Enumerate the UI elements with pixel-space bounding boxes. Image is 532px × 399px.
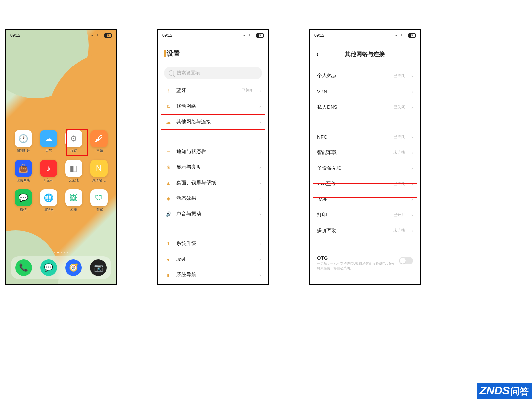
settings-search[interactable]: 搜索设置项 bbox=[164, 67, 262, 79]
wifi-icon: ⋮ bbox=[248, 34, 251, 37]
row-label: Jovi bbox=[176, 256, 253, 262]
row-status: 已关闭 bbox=[393, 104, 405, 110]
chevron-right-icon: › bbox=[411, 181, 413, 187]
sound-icon: 🔊 bbox=[165, 211, 172, 217]
note-icon: N bbox=[90, 160, 108, 177]
app-bag[interactable]: 👜应用商店 bbox=[12, 160, 34, 183]
phone-home: 09:12 ᯤ ⋮ ᯤ 29 🕐闹钟时钟☁天气⚙设置🖌i 主题👜应用商店♪i 音… bbox=[5, 29, 117, 285]
otg-toggle[interactable] bbox=[399, 257, 413, 264]
row-VPN[interactable]: VPN› bbox=[310, 84, 420, 99]
bell-icon: ▭ bbox=[165, 148, 172, 155]
row-otg[interactable]: OTG开启后，手机可支持连接U盘或给其他设备供电，5分钟未使用，将自动关闭。 bbox=[310, 252, 420, 277]
row-个人热点[interactable]: 个人热点已关闭› bbox=[310, 68, 420, 84]
row-系统升级[interactable]: ⬆系统升级› bbox=[158, 236, 268, 251]
clock-icon: 🕐 bbox=[15, 130, 32, 147]
row-通知与状态栏[interactable]: ▭通知与状态栏› bbox=[158, 144, 268, 159]
row-私人DNS[interactable]: 私人DNS已关闭› bbox=[310, 99, 420, 115]
row-Jovi[interactable]: ●Jovi› bbox=[158, 251, 268, 267]
status-time: 09:12 bbox=[162, 33, 172, 38]
weather-icon: ☁ bbox=[40, 130, 57, 147]
dock-camera[interactable]: 📷 bbox=[90, 259, 107, 276]
row-移动网络[interactable]: ⇅移动网络› bbox=[158, 98, 268, 114]
dock-phone[interactable]: 📞 bbox=[15, 259, 32, 276]
phone-settings: 09:12 ᯤ ⋮ ᯤ 29 设置 搜索设置项 ᛒ蓝牙已关闭›⇅移动网络›☁其他… bbox=[157, 29, 269, 285]
status-bar: 09:12 ᯤ ⋮ ᯤ 29 bbox=[158, 31, 268, 39]
row-动态效果[interactable]: ◆动态效果› bbox=[158, 191, 268, 206]
app-gallery[interactable]: 🖼相册 bbox=[63, 189, 84, 212]
row-桌面、锁屏与壁纸[interactable]: ▲桌面、锁屏与壁纸› bbox=[158, 175, 268, 191]
home-apps-grid: 🕐闹钟时钟☁天气⚙设置🖌i 主题👜应用商店♪i 音乐◧交互池N原子笔记💬微信🌐浏… bbox=[6, 130, 116, 212]
app-music[interactable]: ♪i 音乐 bbox=[38, 160, 59, 183]
chevron-right-icon: › bbox=[411, 228, 413, 233]
search-icon bbox=[169, 70, 174, 76]
row-打印[interactable]: 打印已开启› bbox=[310, 207, 420, 223]
app-wechat[interactable]: 💬微信 bbox=[12, 189, 34, 212]
row-多屏互动[interactable]: 多屏互动未连接› bbox=[310, 223, 420, 238]
page-title: 其他网络与连接 bbox=[316, 50, 414, 58]
app-globe[interactable]: 🌐浏览器 bbox=[38, 189, 59, 212]
app-cube[interactable]: ◧交互池 bbox=[63, 160, 84, 183]
chevron-right-icon: › bbox=[411, 105, 413, 110]
app-note[interactable]: N原子笔记 bbox=[88, 160, 110, 183]
sun-icon: ☀ bbox=[165, 164, 172, 171]
battery-icon: 29 bbox=[104, 33, 112, 38]
status-icons: ᯤ ⋮ ᯤ 29 bbox=[243, 33, 264, 38]
wifi-icon: ᯤ bbox=[404, 34, 407, 37]
chevron-right-icon: › bbox=[259, 211, 261, 217]
chevron-right-icon: › bbox=[411, 73, 413, 79]
row-其他网络与连接[interactable]: ☁其他网络与连接› bbox=[158, 114, 268, 130]
chevron-right-icon: › bbox=[411, 89, 413, 94]
row-NFC[interactable]: NFC已关闭› bbox=[310, 129, 420, 145]
status-bar: 09:12 ᯤ ⋮ ᯤ 29 bbox=[6, 31, 116, 39]
row-蓝牙[interactable]: ᛒ蓝牙已关闭› bbox=[158, 83, 268, 98]
row-投屏[interactable]: 投屏› bbox=[310, 192, 420, 207]
battery-icon: 29 bbox=[256, 33, 264, 38]
title-bar: ‹ 其他网络与连接 bbox=[316, 50, 414, 58]
app-label: i 主题 bbox=[95, 148, 103, 153]
music-icon: ♪ bbox=[40, 160, 57, 177]
app-gear[interactable]: ⚙设置 bbox=[63, 130, 84, 153]
row-vivo互传[interactable]: vivo互传已关闭› bbox=[310, 176, 420, 192]
row-label: NFC bbox=[317, 134, 389, 140]
network-list: 个人热点已关闭›VPN›私人DNS已关闭›NFC已关闭›智能车载未连接›多设备互… bbox=[310, 66, 420, 277]
jovi-icon: ● bbox=[165, 256, 172, 263]
row-声音与振动[interactable]: 🔊声音与振动› bbox=[158, 206, 268, 222]
chevron-right-icon: › bbox=[259, 180, 261, 186]
row-多设备互联[interactable]: 多设备互联› bbox=[310, 160, 420, 176]
signal-icon: ᯤ bbox=[91, 34, 95, 37]
watermark: ZNDS问答 bbox=[477, 383, 532, 399]
row-label: 显示与亮度 bbox=[176, 164, 253, 170]
app-brush[interactable]: 🖌i 主题 bbox=[88, 130, 110, 153]
nav-icon: ▮ bbox=[165, 272, 172, 278]
chevron-right-icon: › bbox=[411, 197, 413, 202]
dock-browser[interactable]: 🧭 bbox=[65, 259, 82, 276]
brush-icon: 🖌 bbox=[90, 130, 108, 147]
app-clock[interactable]: 🕐闹钟时钟 bbox=[12, 130, 34, 153]
dock-sms[interactable]: 💬 bbox=[40, 259, 57, 276]
chevron-right-icon: › bbox=[411, 212, 413, 218]
app-label: 原子笔记 bbox=[92, 178, 106, 183]
app-shield[interactable]: 🛡i 管家 bbox=[88, 189, 110, 212]
page-title: 设置 bbox=[167, 49, 180, 58]
status-time: 09:12 bbox=[314, 33, 324, 38]
app-label: 闹钟时钟 bbox=[17, 148, 30, 153]
row-系统导航[interactable]: ▮系统导航› bbox=[158, 267, 268, 283]
row-label: 个人热点 bbox=[317, 73, 389, 79]
row-label: 打印 bbox=[317, 212, 389, 218]
settings-list: ᛒ蓝牙已关闭›⇅移动网络›☁其他网络与连接›▭通知与状态栏›☀显示与亮度›▲桌面… bbox=[158, 83, 268, 283]
row-智能车载[interactable]: 智能车载未连接› bbox=[310, 145, 420, 160]
row-显示与亮度[interactable]: ☀显示与亮度› bbox=[158, 159, 268, 175]
app-label: i 管家 bbox=[95, 207, 103, 212]
chevron-right-icon: › bbox=[259, 165, 261, 170]
row-label: vivo互传 bbox=[317, 181, 389, 187]
app-label: 设置 bbox=[70, 148, 77, 153]
app-weather[interactable]: ☁天气 bbox=[38, 130, 59, 153]
app-label: i 音乐 bbox=[44, 178, 53, 183]
otg-desc: 开启后，手机可支持连接U盘或给其他设备供电，5分钟未使用，将自动关闭。 bbox=[317, 261, 394, 270]
row-label: 私人DNS bbox=[317, 104, 389, 110]
row-label: 其他网络与连接 bbox=[176, 119, 253, 125]
chevron-right-icon: › bbox=[259, 272, 261, 278]
row-status: 已关闭 bbox=[393, 181, 405, 187]
phone-network: 09:12 ᯤ ⋮ ᯤ 29 ‹ 其他网络与连接 个人热点已关闭›VPN›私人D… bbox=[309, 29, 421, 285]
title-bar: 设置 bbox=[164, 49, 262, 58]
